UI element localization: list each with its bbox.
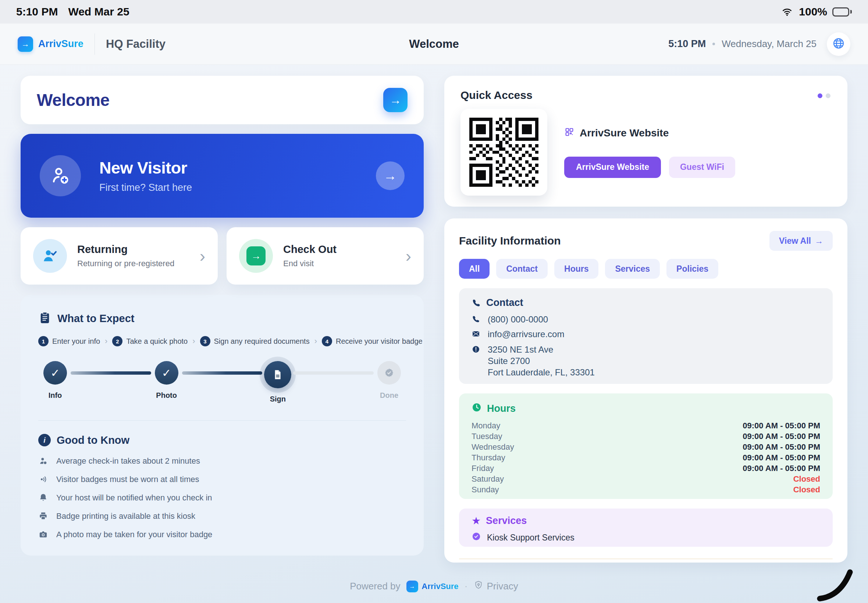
contact-address-row: 3250 NE 1st Ave Suite 2700 Fort Lauderda… <box>472 344 820 378</box>
badge-check-icon <box>378 361 401 385</box>
step-item: 4 Receive your visitor badge <box>322 336 422 346</box>
phone-icon <box>472 298 481 308</box>
language-globe-button[interactable] <box>827 32 850 56</box>
hours-row: Wednesday09:00 AM - 05:00 PM <box>472 442 820 452</box>
status-time: 5:10 PM <box>16 6 58 18</box>
good-to-know-section: i Good to Know Average check-in takes ab… <box>38 434 406 540</box>
check-out-icon: → <box>239 239 273 273</box>
brand-name: ArrivSure <box>38 38 84 49</box>
facility-information-card: Facility Information View All→ All Conta… <box>444 218 847 563</box>
corner-ink-stroke <box>812 562 865 603</box>
logo-arrow: → <box>21 39 29 49</box>
check-out-card[interactable]: → Check Out End visit › <box>227 227 424 284</box>
star-icon: ★ <box>472 516 481 526</box>
returning-title: Returning <box>77 243 174 255</box>
brand-logo-icon: → <box>18 36 33 52</box>
hours-row: Monday09:00 AM - 05:00 PM <box>472 420 820 431</box>
clock-icon <box>472 402 482 415</box>
carousel-dot-active[interactable] <box>818 93 822 98</box>
app-header: → ArrivSure HQ Facility Welcome 5:10 PM … <box>0 23 868 65</box>
new-visitor-card[interactable]: New Visitor First time? Start here → <box>21 134 424 218</box>
new-visitor-title: New Visitor <box>99 158 192 178</box>
chevron-right-icon: › <box>406 247 411 264</box>
chevron-right-icon: › <box>192 336 195 346</box>
step-label: Sign any required documents <box>214 337 310 346</box>
progress-steps: ✓ Info ✓ Photo <box>38 361 406 404</box>
guest-wifi-button[interactable]: Guest WiFi <box>669 157 735 178</box>
camera-icon <box>38 529 48 540</box>
welcome-card: Welcome → <box>21 76 424 124</box>
list-item: Visitor badges must be worn at all times <box>38 474 406 484</box>
list-item: Your host will be notified when you chec… <box>38 493 406 502</box>
envelope-icon <box>472 329 481 339</box>
person-check-icon <box>33 239 67 273</box>
powered-by-label: Powered by <box>350 581 400 592</box>
progress-node-info: ✓ Info <box>38 361 72 400</box>
hours-row: Thursday09:00 AM - 05:00 PM <box>472 452 820 463</box>
privacy-label: Privacy <box>487 581 518 592</box>
arrow-right-icon: → <box>390 93 401 107</box>
badge-broadcast-icon <box>38 474 48 484</box>
arrow-right-icon: → <box>251 250 261 262</box>
service-item: Kiosk Support Services <box>472 532 820 543</box>
step-number: 3 <box>200 336 210 346</box>
header-dot <box>712 43 715 45</box>
clipboard-icon <box>38 311 51 326</box>
returning-subtitle: Returning or pre-registered <box>77 259 174 268</box>
progress-label: Photo <box>156 391 177 400</box>
arrivsure-website-button[interactable]: ArrivSure Website <box>564 157 661 178</box>
check-icon: ✓ <box>43 361 67 385</box>
facility-information-title: Facility Information <box>459 235 561 247</box>
returning-card[interactable]: Returning Returning or pre-registered › <box>21 227 218 284</box>
filter-chip-services[interactable]: Services <box>605 259 660 279</box>
welcome-card-title: Welcome <box>37 90 110 110</box>
contact-address: 3250 NE 1st Ave Suite 2700 Fort Lauderda… <box>488 344 595 378</box>
hours-title: Hours <box>487 403 516 414</box>
quick-access-card: Quick Access <box>444 76 847 207</box>
hours-row: Friday09:00 AM - 05:00 PM <box>472 463 820 473</box>
arrow-right-icon: → <box>384 168 397 184</box>
brand: → ArrivSure <box>18 36 84 52</box>
welcome-forward-button[interactable]: → <box>383 88 407 112</box>
phone-icon <box>472 315 481 324</box>
right-column: Quick Access <box>444 76 847 563</box>
check-circle-icon <box>472 532 481 543</box>
service-item-text: Kiosk Support Services <box>487 533 574 543</box>
list-item-text: A photo may be taken for your visitor ba… <box>56 530 212 540</box>
filter-chip-all[interactable]: All <box>459 259 489 279</box>
view-all-button[interactable]: View All→ <box>769 231 833 251</box>
what-to-expect-title: What to Expect <box>57 312 134 325</box>
filter-chip-policies[interactable]: Policies <box>667 259 718 279</box>
carousel-dot[interactable] <box>826 93 831 98</box>
expect-steps: 1 Enter your info › 2 Take a quick photo… <box>38 336 406 346</box>
step-item: 3 Sign any required documents <box>200 336 310 346</box>
info-icon: i <box>38 434 51 446</box>
filter-chip-contact[interactable]: Contact <box>496 259 548 279</box>
status-date: Wed Mar 25 <box>68 6 129 18</box>
header-time: 5:10 PM <box>668 38 706 49</box>
footer-brand: ArrivSure <box>422 582 459 591</box>
privacy-link[interactable]: Privacy <box>474 580 518 592</box>
step-label: Receive your visitor badge <box>336 337 422 346</box>
hours-row: Tuesday09:00 AM - 05:00 PM <box>472 431 820 442</box>
step-item: 2 Take a quick photo <box>112 336 187 346</box>
list-item-text: Badge printing is available at this kios… <box>56 512 195 521</box>
printer-icon <box>38 511 48 521</box>
header-date: Wednesday, March 25 <box>722 38 817 49</box>
progress-label: Sign <box>270 395 286 404</box>
shield-icon <box>474 580 483 592</box>
services-section: ★ Services Kiosk Support Services <box>459 509 833 547</box>
contact-phone-row: (800) 000-0000 <box>472 314 820 325</box>
filter-chip-hours[interactable]: Hours <box>554 259 599 279</box>
contact-phone: (800) 000-0000 <box>488 314 548 325</box>
step-number: 2 <box>112 336 122 346</box>
services-title: Services <box>486 515 527 527</box>
chevron-right-icon: › <box>200 247 205 264</box>
hours-row: SaturdayClosed <box>472 473 820 484</box>
check-out-title: Check Out <box>283 243 337 255</box>
new-visitor-arrow-button[interactable]: → <box>376 161 405 190</box>
wifi-icon <box>780 6 794 17</box>
arrow-right-icon: → <box>815 236 823 246</box>
step-label: Take a quick photo <box>126 337 187 346</box>
step-item: 1 Enter your info <box>38 336 100 346</box>
